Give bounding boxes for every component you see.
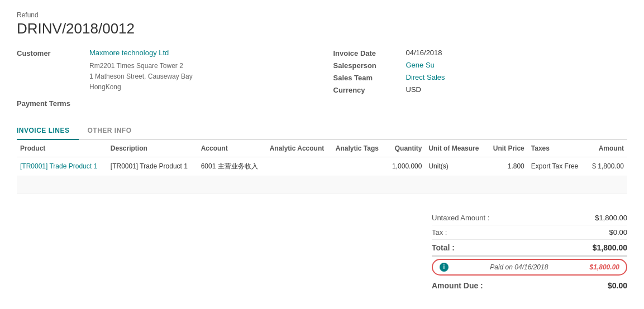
refund-label: Refund (17, 11, 627, 19)
cell-analytic-account (266, 157, 332, 176)
col-unit-price: Unit Price (486, 140, 527, 157)
currency-label: Currency (333, 85, 406, 94)
cell-product[interactable]: [TR0001] Trade Product 1 (17, 157, 107, 176)
untaxed-amount-value: $1,800.00 (595, 214, 627, 222)
invoice-date-label: Invoice Date (333, 49, 406, 57)
cell-analytic-tags (332, 157, 386, 176)
sales-team-value[interactable]: Direct Sales (406, 73, 445, 81)
amount-due-value: $0.00 (608, 281, 627, 290)
cell-unit-price: 1.800 (486, 157, 527, 176)
col-taxes: Taxes (528, 140, 586, 157)
tabs-bar: INVOICE LINES OTHER INFO (17, 122, 627, 140)
tab-invoice-lines[interactable]: INVOICE LINES (17, 122, 79, 140)
table-header-row: Product Description Account Analytic Acc… (17, 140, 627, 157)
invoice-date-value: 04/16/2018 (406, 49, 442, 57)
untaxed-amount-row: Untaxed Amount : $1,800.00 (432, 211, 627, 225)
totals-table: Untaxed Amount : $1,800.00 Tax : $0.00 T… (432, 211, 627, 293)
tax-value: $0.00 (609, 228, 627, 236)
cell-quantity: 1,000.000 (386, 157, 426, 176)
currency-value: USD (406, 85, 421, 94)
col-analytic-tags: Analytic Tags (332, 140, 386, 157)
payment-terms-label: Payment Terms (17, 99, 89, 108)
cell-amount: $ 1,800.00 (586, 157, 627, 176)
amount-due-label: Amount Due : (432, 281, 483, 290)
tax-row: Tax : $0.00 (432, 225, 627, 240)
info-icon: i (440, 263, 449, 272)
add-line-row (17, 176, 627, 194)
customer-label: Customer (17, 49, 89, 57)
customer-address: Rm2201 Times Square Tower 2 1 Matheson S… (89, 61, 311, 93)
col-description: Description (107, 140, 198, 157)
cell-description: [TR0001] Trade Product 1 (107, 157, 198, 176)
salesperson-label: Salesperson (333, 61, 406, 70)
cell-unit-of-measure: Unit(s) (425, 157, 486, 176)
table-row[interactable]: [TR0001] Trade Product 1 [TR0001] Trade … (17, 157, 627, 176)
col-unit-of-measure: Unit of Measure (425, 140, 486, 157)
paid-label: Paid on 04/16/2018 (490, 263, 548, 271)
sales-team-label: Sales Team (333, 73, 406, 82)
invoice-lines-table: Product Description Account Analytic Acc… (17, 140, 627, 194)
untaxed-amount-label: Untaxed Amount : (432, 214, 489, 222)
tab-other-info[interactable]: OTHER INFO (88, 122, 141, 140)
customer-name[interactable]: Maxmore technology Ltd (89, 49, 169, 57)
total-row: Total : $1,800.00 (432, 240, 627, 257)
col-analytic-account: Analytic Account (266, 140, 332, 157)
col-account: Account (198, 140, 266, 157)
paid-value: $1,800.00 (590, 263, 619, 271)
address-line3: HongKong (89, 82, 311, 93)
cell-account: 6001 主营业务收入 (198, 157, 266, 176)
amount-due-row: Amount Due : $0.00 (432, 278, 627, 293)
totals-section: Untaxed Amount : $1,800.00 Tax : $0.00 T… (17, 211, 627, 293)
total-label: Total : (432, 243, 455, 252)
col-amount: Amount (586, 140, 627, 157)
col-product: Product (17, 140, 107, 157)
tax-label: Tax : (432, 228, 447, 236)
paid-row: i Paid on 04/16/2018 $1,800.00 (432, 259, 627, 276)
cell-taxes: Export Tax Free (528, 157, 586, 176)
address-line1: Rm2201 Times Square Tower 2 (89, 61, 311, 71)
doc-title: DRINV/2018/0012 (17, 20, 627, 37)
address-line2: 1 Matheson Street, Causeway Bay (89, 71, 311, 82)
salesperson-value[interactable]: Gene Su (406, 61, 435, 69)
col-quantity: Quantity (386, 140, 426, 157)
total-value: $1,800.00 (593, 243, 627, 252)
